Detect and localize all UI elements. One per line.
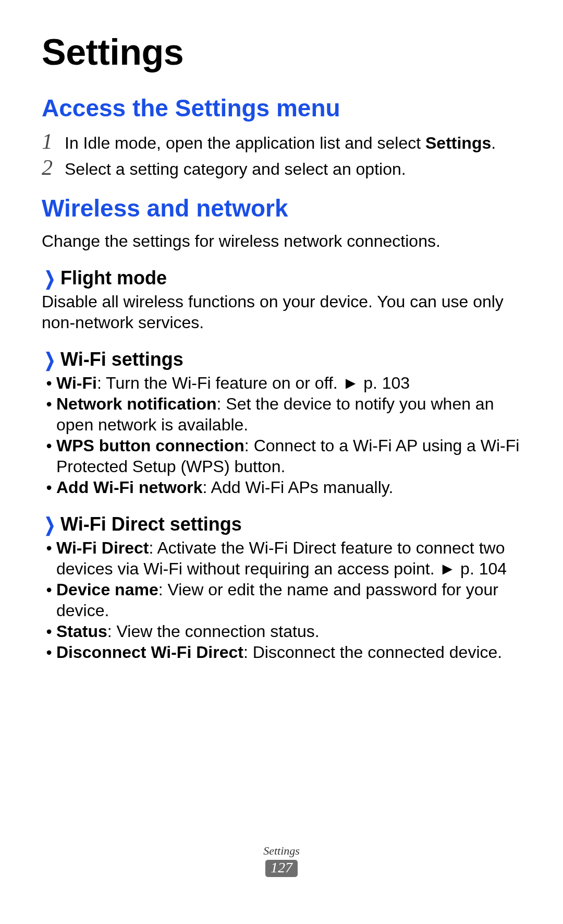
bullet-bold: Network notification xyxy=(56,394,217,413)
list-item: • Status: View the connection status. xyxy=(42,621,521,642)
bullet-rest: : View the connection status. xyxy=(107,622,320,641)
bullet-text: Add Wi-Fi network: Add Wi-Fi APs manuall… xyxy=(56,477,521,498)
bullet-rest: : Add Wi-Fi APs manually. xyxy=(203,478,394,497)
bullet-icon: • xyxy=(42,621,56,642)
page-number-badge: 127 xyxy=(265,860,298,877)
list-item: • Network notification: Set the device t… xyxy=(42,393,521,435)
sub-heading-label: Wi-Fi Direct settings xyxy=(60,513,242,535)
sub-heading-wifi-settings: ❯ Wi-Fi settings xyxy=(42,349,521,370)
bullet-bold: Status xyxy=(56,622,107,641)
step-number: 2 xyxy=(42,157,65,178)
bullet-icon: • xyxy=(42,435,56,477)
bullet-text: WPS button connection: Connect to a Wi-F… xyxy=(56,435,521,477)
bullet-icon: • xyxy=(42,537,56,579)
sub-heading-label: Flight mode xyxy=(60,267,167,289)
bullet-text: Wi-Fi: Turn the Wi-Fi feature on or off.… xyxy=(56,373,521,393)
bullet-rest: : Disconnect the connected device. xyxy=(243,643,502,662)
step-2: 2 Select a setting category and select a… xyxy=(42,157,521,179)
bullet-bold: WPS button connection xyxy=(56,436,244,455)
step-text-pre: In Idle mode, open the application list … xyxy=(65,134,425,152)
step-text-pre: Select a setting category and select an … xyxy=(65,160,406,178)
step-1: 1 In Idle mode, open the application lis… xyxy=(42,130,521,153)
page-footer: Settings 127 xyxy=(0,844,563,877)
section-heading-wireless: Wireless and network xyxy=(42,194,521,222)
list-item: • Device name: View or edit the name and… xyxy=(42,579,521,621)
step-list: 1 In Idle mode, open the application lis… xyxy=(42,130,521,179)
chevron-right-icon: ❯ xyxy=(44,349,55,371)
bullet-icon: • xyxy=(42,373,56,393)
step-number: 1 xyxy=(42,130,65,152)
bullet-icon: • xyxy=(42,642,56,663)
chevron-right-icon: ❯ xyxy=(44,514,55,536)
bullet-icon: • xyxy=(42,477,56,498)
bullet-bold: Disconnect Wi-Fi Direct xyxy=(56,643,243,662)
bullet-icon: • xyxy=(42,393,56,435)
bullet-rest: : Turn the Wi-Fi feature on or off. ► p.… xyxy=(97,374,410,392)
bullet-bold: Wi-Fi Direct xyxy=(56,538,149,557)
bullet-bold: Device name xyxy=(56,580,158,599)
chevron-right-icon: ❯ xyxy=(44,268,55,290)
bullet-text: Device name: View or edit the name and p… xyxy=(56,579,521,621)
page: Settings Access the Settings menu 1 In I… xyxy=(0,0,563,924)
sub-desc: Disable all wireless functions on your d… xyxy=(42,291,521,333)
section-heading-access: Access the Settings menu xyxy=(42,94,521,122)
page-title: Settings xyxy=(42,31,521,73)
bullet-text: Network notification: Set the device to … xyxy=(56,393,521,435)
bullet-list-wifi-direct: • Wi-Fi Direct: Activate the Wi-Fi Direc… xyxy=(42,537,521,663)
section-desc: Change the settings for wireless network… xyxy=(42,231,521,251)
bullet-text: Wi-Fi Direct: Activate the Wi-Fi Direct … xyxy=(56,537,521,579)
bullet-bold: Add Wi-Fi network xyxy=(56,478,203,497)
step-text: In Idle mode, open the application list … xyxy=(65,133,496,153)
bullet-text: Status: View the connection status. xyxy=(56,621,521,642)
sub-heading-wifi-direct: ❯ Wi-Fi Direct settings xyxy=(42,513,521,535)
list-item: • Wi-Fi Direct: Activate the Wi-Fi Direc… xyxy=(42,537,521,579)
step-text: Select a setting category and select an … xyxy=(65,159,406,179)
bullet-bold: Wi-Fi xyxy=(56,374,97,392)
bullet-icon: • xyxy=(42,579,56,621)
list-item: • WPS button connection: Connect to a Wi… xyxy=(42,435,521,477)
step-text-post: . xyxy=(491,134,496,152)
list-item: • Disconnect Wi-Fi Direct: Disconnect th… xyxy=(42,642,521,663)
list-item: • Wi-Fi: Turn the Wi-Fi feature on or of… xyxy=(42,373,521,393)
bullet-list-wifi: • Wi-Fi: Turn the Wi-Fi feature on or of… xyxy=(42,373,521,498)
footer-section-label: Settings xyxy=(0,844,563,858)
list-item: • Add Wi-Fi network: Add Wi-Fi APs manua… xyxy=(42,477,521,498)
bullet-text: Disconnect Wi-Fi Direct: Disconnect the … xyxy=(56,642,521,663)
sub-heading-flight-mode: ❯ Flight mode xyxy=(42,267,521,289)
step-text-bold: Settings xyxy=(425,134,491,152)
sub-heading-label: Wi-Fi settings xyxy=(60,349,183,370)
